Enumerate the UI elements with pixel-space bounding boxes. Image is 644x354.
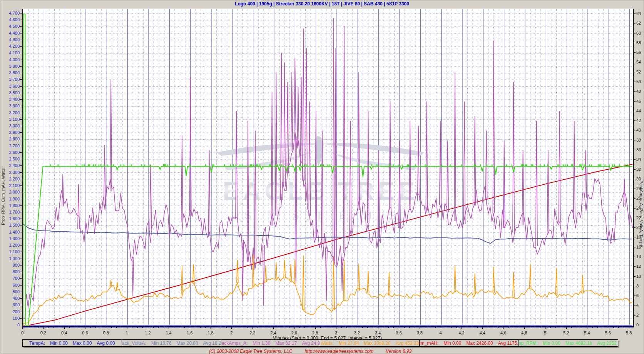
- x-axis-minor-tick: [179, 327, 179, 328]
- left-axis-tick-label: 100: [2, 316, 20, 321]
- right-axis-tick: [633, 140, 636, 140]
- chart-plot-area[interactable]: EAGLE TREESYSTEMS: [22, 9, 634, 327]
- status-max: Max 0.00: [73, 341, 92, 346]
- x-axis-minor-tick: [488, 327, 488, 328]
- left-axis-tick: [20, 205, 22, 206]
- left-axis-tick: [20, 26, 22, 27]
- right-axis-tick: [633, 91, 636, 92]
- x-axis-minor-tick: [320, 327, 321, 328]
- x-axis-minor-tick: [299, 327, 300, 328]
- right-axis-tick-label: 50: [636, 79, 641, 84]
- x-axis-minor-tick: [80, 327, 80, 328]
- right-axis-minor-tick: [633, 203, 634, 204]
- left-axis-tick-label: 4.500: [2, 24, 20, 28]
- right-axis-minor-tick: [633, 164, 634, 165]
- left-axis-tick: [20, 73, 22, 73]
- left-axis-tick-label: 300: [2, 302, 20, 307]
- right-axis-minor-tick: [633, 291, 634, 291]
- left-axis-tick: [20, 139, 22, 139]
- x-axis-tick-label: 1,6: [187, 331, 192, 335]
- x-axis-minor-tick: [540, 327, 540, 328]
- x-axis-minor-tick: [472, 327, 472, 328]
- x-axis-tick-label: 5,6: [605, 331, 611, 335]
- x-axis-tick: [399, 327, 399, 329]
- left-axis-tick-label: 4.400: [2, 31, 20, 35]
- chart-canvas[interactable]: EAGLE TREESYSTEMS: [23, 9, 633, 326]
- right-axis-minor-tick: [633, 213, 634, 213]
- x-axis-minor-tick: [331, 327, 331, 328]
- right-axis-tick: [633, 111, 636, 111]
- right-axis-tick-label: 40: [636, 128, 641, 132]
- left-axis-tick: [20, 152, 22, 153]
- x-axis-tick-label: 2,8: [312, 331, 318, 335]
- status-section-amps: PackAmps_A:Min 1.30Max 63.17Avg 24.99: [221, 340, 321, 346]
- right-axis-tick: [633, 227, 636, 228]
- x-axis-minor-tick: [111, 327, 112, 328]
- x-axis-minor-tick: [284, 327, 284, 328]
- right-axis-tick-label: 2: [636, 313, 639, 317]
- left-axis-tick: [20, 46, 22, 47]
- x-axis-minor-tick: [242, 327, 242, 328]
- left-axis-tick: [20, 199, 22, 199]
- right-axis-minor-tick: [633, 262, 634, 262]
- left-axis-tick-label: 4.000: [2, 57, 20, 62]
- right-axis-tick: [633, 247, 636, 247]
- left-axis-tick: [20, 86, 22, 87]
- right-axis-tick: [633, 101, 636, 102]
- data-series: [23, 14, 632, 325]
- right-axis-minor-tick: [633, 223, 634, 223]
- x-axis-minor-tick: [49, 327, 49, 328]
- x-axis-tick: [231, 327, 232, 329]
- x-axis-minor-tick: [409, 327, 410, 328]
- x-axis-minor-tick: [142, 327, 143, 328]
- x-axis-tick: [22, 327, 23, 329]
- right-axis-minor-tick: [633, 271, 634, 272]
- x-axis-minor-tick: [38, 327, 38, 328]
- left-axis-tick-label: 2.900: [2, 130, 20, 135]
- x-axis-tick-label: 0,8: [103, 331, 109, 335]
- x-axis-tick: [169, 327, 169, 329]
- x-axis-tick-label: 3,4: [375, 331, 381, 335]
- x-axis-minor-tick: [618, 327, 619, 328]
- right-axis-tick-label: 12: [636, 264, 641, 269]
- x-axis-minor-tick: [184, 327, 185, 328]
- series-PackAmps_A: [23, 130, 632, 319]
- right-axis-tick: [633, 218, 636, 218]
- left-axis-tick-label: 3.400: [2, 97, 20, 102]
- status-section-tempa: TempA:Min 0.00Max 0.00Avg 0.00: [23, 340, 122, 346]
- x-axis-tick: [294, 327, 294, 329]
- left-axis-tick: [20, 20, 22, 20]
- left-axis-tick-label: 3.200: [2, 110, 20, 115]
- right-axis-tick-label: 54: [636, 60, 641, 64]
- x-axis-tick: [106, 327, 106, 329]
- left-axis-tick-label: 3.700: [2, 77, 20, 82]
- left-axis-tick-label: 3.500: [2, 90, 20, 95]
- right-axis-tick-label: 26: [636, 196, 641, 200]
- x-axis-minor-tick: [101, 327, 101, 328]
- x-axis-tick: [211, 327, 211, 329]
- x-axis-tick: [608, 327, 608, 329]
- left-axis-tick-label: 1.600: [2, 216, 20, 221]
- left-axis-tick-label: 2.300: [2, 170, 20, 175]
- status-label: TempA:: [29, 341, 45, 346]
- x-axis-tick-label: 5: [544, 331, 546, 335]
- status-label: Prop_RPM:: [519, 341, 538, 346]
- left-axis-tick: [20, 212, 22, 212]
- left-axis-tick: [20, 132, 22, 133]
- x-axis-tick-label: 2,6: [291, 331, 297, 335]
- left-axis-tick-label: 4.100: [2, 50, 20, 55]
- right-axis-tick: [633, 23, 636, 23]
- x-axis-minor-tick: [95, 327, 96, 328]
- right-axis-tick-label: 0: [636, 322, 639, 327]
- right-axis-minor-tick: [633, 252, 634, 252]
- status-label: Watts:: [321, 341, 334, 346]
- x-axis-minor-tick: [326, 327, 326, 328]
- right-axis-tick-label: 16: [636, 245, 641, 249]
- status-label: PackAmps_A:: [221, 341, 248, 346]
- right-axis-tick-label: 28: [636, 186, 641, 191]
- right-axis-tick-label: 8: [636, 284, 639, 288]
- x-axis-minor-tick: [456, 327, 457, 328]
- status-avg: Avg 1175.24: [498, 341, 519, 346]
- right-axis-minor-tick: [633, 125, 634, 126]
- x-axis-tick: [566, 327, 567, 329]
